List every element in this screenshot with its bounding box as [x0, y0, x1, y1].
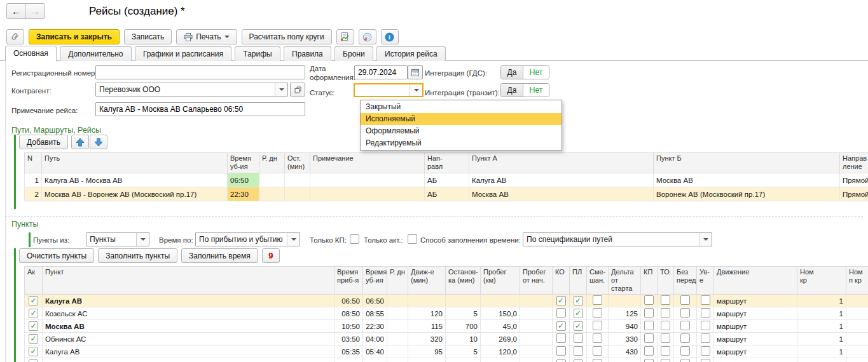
time-by-dropdown-button[interactable]: [287, 233, 300, 246]
cell-note[interactable]: [310, 173, 425, 187]
save-button[interactable]: Записать: [124, 29, 172, 44]
cell-kp[interactable]: [641, 345, 658, 358]
checkbox[interactable]: [701, 321, 710, 330]
cell-mixed[interactable]: [587, 320, 609, 333]
checkbox[interactable]: ✓: [574, 296, 583, 305]
status-option-highlighted[interactable]: Исполняемый: [361, 113, 561, 125]
cell-run[interactable]: 269,0: [481, 333, 520, 345]
checkbox[interactable]: [661, 333, 670, 343]
cell-movement[interactable]: маршрут: [714, 333, 797, 345]
checkbox[interactable]: [680, 359, 690, 362]
cell-movement[interactable]: маршрут: [714, 358, 797, 362]
cell-kp[interactable]: [641, 320, 658, 333]
clear-points-button[interactable]: Очистить пункты: [19, 248, 94, 263]
checkbox[interactable]: [593, 308, 602, 318]
cell-nom-pkr[interactable]: [846, 345, 868, 358]
cell-arr[interactable]: 10:50: [334, 320, 363, 333]
cell-no-transfer[interactable]: [674, 358, 697, 362]
tab-additional[interactable]: Дополнительно: [60, 46, 131, 61]
checkbox[interactable]: [644, 333, 654, 343]
cell-kp[interactable]: [641, 295, 658, 307]
cell-pl[interactable]: [570, 333, 587, 345]
cell-no-transfer[interactable]: [674, 295, 697, 307]
cell-point-b[interactable]: Москва АВ: [654, 173, 840, 187]
checkbox[interactable]: ✓: [29, 359, 38, 362]
checkbox[interactable]: [593, 321, 602, 330]
time-by-combo[interactable]: По прибытию и убытию: [195, 232, 300, 246]
cell-run-start[interactable]: [520, 320, 553, 333]
cell-stop[interactable]: [285, 173, 310, 187]
cell-point[interactable]: Калуга АВ: [43, 345, 334, 358]
path-row-selected[interactable]: 2 Москва АВ - Воронеж АВ (Москвоский пр.…: [25, 187, 868, 201]
checkbox[interactable]: ✓: [574, 321, 583, 331]
cell-stop[interactable]: [446, 295, 481, 307]
cell-rdn[interactable]: [259, 187, 285, 201]
cell-movement[interactable]: маршрут: [714, 320, 797, 333]
trip-note-input[interactable]: [95, 102, 305, 116]
cell-active[interactable]: ✓: [25, 307, 43, 320]
cell-stop[interactable]: [446, 358, 481, 362]
checkbox[interactable]: ✓: [556, 321, 566, 331]
point-row[interactable]: ✓ Москва АВ 10:50 22:30 115 700 45,0 ✓ ✓…: [25, 320, 868, 333]
cell-to[interactable]: [658, 295, 674, 307]
cell-arr[interactable]: 05:45: [334, 358, 363, 362]
cell-no-transfer[interactable]: [674, 333, 697, 345]
cell-move[interactable]: 5: [408, 358, 446, 362]
checkbox[interactable]: ✓: [29, 321, 38, 331]
calendar-button[interactable]: [408, 65, 423, 79]
cell-active[interactable]: ✓: [25, 333, 43, 345]
checkbox[interactable]: [701, 295, 710, 305]
attach-button[interactable]: [6, 29, 24, 44]
cell-uv[interactable]: [697, 345, 714, 358]
tab-rules[interactable]: Правила: [284, 46, 331, 61]
globe-button[interactable]: [359, 29, 376, 44]
checkbox[interactable]: [644, 359, 654, 362]
cell-arr[interactable]: 05:35: [334, 345, 363, 358]
cell-nom-pkr[interactable]: [846, 295, 868, 307]
cell-point-a[interactable]: Калуга АВ: [469, 173, 654, 187]
cell-pl[interactable]: ✓: [570, 358, 587, 362]
fill-method-dropdown-button[interactable]: [699, 233, 712, 246]
cell-active[interactable]: ✓: [25, 320, 43, 333]
cell-mixed[interactable]: [587, 307, 609, 320]
calc-semicircles-button[interactable]: Расчитать полу круги: [242, 29, 332, 44]
move-down-button[interactable]: [90, 135, 107, 149]
cell-point[interactable]: Воронеж АВ (Москвоский пр.17): [43, 358, 334, 362]
add-button[interactable]: Добавить: [19, 135, 68, 149]
cell-run[interactable]: 45,0: [481, 320, 520, 333]
cell-point[interactable]: Москва АВ: [43, 320, 334, 333]
checkbox[interactable]: [680, 321, 690, 330]
cell-ko[interactable]: ✓: [553, 295, 570, 307]
cell-dep[interactable]: 08:55: [363, 307, 387, 320]
gds-yes-button[interactable]: Да: [501, 66, 523, 79]
cell-move[interactable]: 320: [408, 333, 446, 345]
checkbox[interactable]: [680, 308, 690, 318]
cell-run[interactable]: 150,0: [481, 307, 520, 320]
cell-no-transfer[interactable]: [674, 320, 697, 333]
info-button[interactable]: i: [381, 29, 399, 44]
cell-delta[interactable]: 330: [609, 333, 641, 345]
cell-active[interactable]: ✓: [25, 295, 43, 307]
cell-uv[interactable]: [697, 358, 714, 362]
cell-kp[interactable]: [641, 333, 658, 345]
cell-nom-pkr[interactable]: [846, 307, 868, 320]
cell-movement[interactable]: маршрут: [714, 345, 797, 358]
cell-stop[interactable]: [285, 187, 310, 201]
cell-nom-pkr[interactable]: [846, 358, 868, 362]
move-up-button[interactable]: [71, 135, 89, 149]
fill-time-button[interactable]: Заполнить время: [181, 248, 258, 263]
points-from-combo[interactable]: Пункты: [86, 232, 149, 246]
cell-nom-kr[interactable]: 1: [797, 307, 846, 320]
cell-run-start[interactable]: [520, 345, 553, 358]
cell-move[interactable]: 115: [408, 320, 446, 333]
cell-arr[interactable]: 03:50: [334, 333, 363, 345]
cell-nom-kr[interactable]: 1: [797, 345, 846, 358]
cell-movement[interactable]: маршрут: [714, 307, 797, 320]
cell-dep[interactable]: 05:40: [363, 345, 387, 358]
back-button[interactable]: ←: [7, 4, 26, 18]
cell-to[interactable]: [658, 345, 674, 358]
cell-movement[interactable]: маршрут: [714, 295, 797, 307]
date-input[interactable]: [354, 65, 408, 79]
cell-ko[interactable]: [553, 307, 570, 320]
cell-delta[interactable]: 940: [609, 320, 641, 333]
